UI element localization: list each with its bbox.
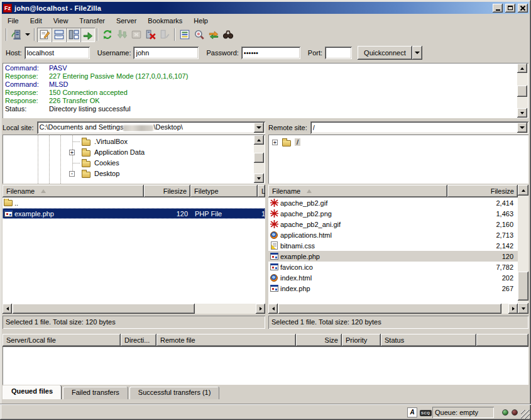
scroll-down-icon[interactable] xyxy=(517,108,527,118)
tab-queued-files[interactable]: Queued files xyxy=(3,385,62,399)
scroll-thumb[interactable] xyxy=(13,304,195,314)
toggle-message-log-icon[interactable] xyxy=(37,28,52,42)
port-input[interactable] xyxy=(325,47,352,59)
password-label: Password: xyxy=(206,49,238,57)
tree-item[interactable]: + / xyxy=(268,137,528,148)
scroll-up-icon[interactable] xyxy=(518,185,528,196)
scroll-thumb[interactable] xyxy=(278,304,501,314)
remote-list-hscrollbar[interactable] xyxy=(268,304,518,314)
file-row[interactable]: index.html202 xyxy=(268,272,518,283)
toggle-transfer-queue-icon[interactable] xyxy=(80,28,95,42)
file-row-selected[interactable]: example.php 120 PHP File 1 xyxy=(3,208,265,219)
open-folder-icon xyxy=(282,140,291,146)
password-input[interactable] xyxy=(241,47,300,59)
tree-expander-minus-icon[interactable]: - xyxy=(69,171,75,177)
tree-expander-plus-icon[interactable]: + xyxy=(272,140,278,145)
file-row-selected[interactable]: example.php120 xyxy=(268,251,518,262)
file-row[interactable]: .. xyxy=(3,197,265,208)
tree-expander-plus-icon[interactable]: + xyxy=(69,150,75,155)
log-scrollbar[interactable] xyxy=(517,64,528,118)
local-site-combo[interactable]: C:\Documents and Settings\Desktop\ xyxy=(37,121,265,134)
menu-bookmarks[interactable]: Bookmarks xyxy=(142,16,188,26)
file-row[interactable]: apache_pb2_ani.gif2,160 xyxy=(268,219,518,229)
combo-dropdown-icon[interactable] xyxy=(517,123,527,133)
minimize-icon[interactable] xyxy=(493,4,503,13)
scroll-down-icon[interactable] xyxy=(518,303,528,314)
menu-view[interactable]: View xyxy=(48,16,74,26)
combo-dropdown-icon[interactable] xyxy=(254,123,264,133)
tree-item[interactable]: + Application Data xyxy=(3,147,265,158)
menu-help[interactable]: Help xyxy=(188,16,214,26)
refresh-icon[interactable] xyxy=(100,28,114,42)
find-files-icon[interactable] xyxy=(221,28,235,42)
tab-failed-transfers[interactable]: Failed transfers xyxy=(63,387,128,399)
toggle-local-tree-icon[interactable] xyxy=(52,28,66,42)
username-input[interactable] xyxy=(133,47,199,59)
scroll-left-icon[interactable] xyxy=(3,304,12,314)
scroll-thumb[interactable] xyxy=(518,272,528,301)
menu-transfer[interactable]: Transfer xyxy=(74,16,111,26)
close-icon[interactable] xyxy=(518,4,528,13)
toggle-remote-tree-icon[interactable] xyxy=(66,28,80,42)
scroll-up-icon[interactable] xyxy=(254,135,264,145)
synchronized-browsing-icon[interactable] xyxy=(206,28,221,42)
site-manager-dropdown-icon[interactable] xyxy=(23,28,32,42)
host-input[interactable] xyxy=(25,47,90,59)
scroll-up-icon[interactable] xyxy=(517,64,527,73)
column-header-size[interactable]: Size xyxy=(296,334,342,346)
resize-grip[interactable] xyxy=(521,410,530,419)
site-manager-icon[interactable] xyxy=(9,28,23,42)
column-header-filename[interactable]: Filename xyxy=(3,185,144,197)
local-tree-scrollbar[interactable] xyxy=(254,135,265,183)
disconnect-icon[interactable] xyxy=(143,28,158,42)
directory-filter-icon[interactable] xyxy=(177,28,192,42)
local-list-hscrollbar[interactable] xyxy=(3,304,265,314)
column-header-direction[interactable]: Directi... xyxy=(121,334,156,346)
file-row[interactable]: apache_pb2.gif2,414 xyxy=(268,197,518,208)
column-header-filename[interactable]: Filename xyxy=(268,185,447,197)
folder-icon xyxy=(82,150,90,157)
menu-server[interactable]: Server xyxy=(111,16,142,26)
remote-list-scrollbar[interactable] xyxy=(518,185,528,314)
directory-comparison-icon[interactable] xyxy=(192,28,206,42)
quickconnect-dropdown-icon[interactable] xyxy=(412,46,422,60)
tab-successful-transfers[interactable]: Successful transfers (1) xyxy=(129,387,220,399)
file-row[interactable]: applications.html2,713 xyxy=(268,229,518,240)
column-header-filesize[interactable]: Filesize xyxy=(447,185,518,197)
reconnect-icon[interactable] xyxy=(158,28,172,42)
process-queue-icon[interactable] xyxy=(114,28,129,42)
remote-site-row: Remote site: / xyxy=(268,121,528,134)
maximize-icon[interactable] xyxy=(505,4,515,13)
remote-site-combo[interactable]: / xyxy=(310,121,528,134)
column-header-filesize[interactable]: Filesize xyxy=(144,185,190,197)
file-row[interactable]: favicon.ico7,782 xyxy=(268,262,518,272)
tree-item[interactable]: Cookies xyxy=(3,158,265,169)
quickconnect-button[interactable]: Quickconnect xyxy=(358,46,412,60)
scroll-thumb[interactable] xyxy=(517,86,527,97)
title-bar[interactable]: Fz john@localhost - FileZilla xyxy=(2,2,529,14)
cancel-operation-icon[interactable] xyxy=(129,28,143,42)
column-header-remote-file[interactable]: Remote file xyxy=(156,334,296,346)
log-line: Response:226 Transfer OK xyxy=(4,97,517,105)
tree-item[interactable]: - Desktop xyxy=(3,169,265,179)
scroll-thumb[interactable] xyxy=(254,153,264,163)
column-header-priority[interactable]: Priority xyxy=(342,334,381,346)
column-header-server-local-file[interactable]: Server/Local file xyxy=(3,334,121,346)
datatype-ascii-icon[interactable]: A xyxy=(407,407,417,417)
column-header-status[interactable]: Status xyxy=(381,334,476,346)
column-header-lastmodified[interactable]: L xyxy=(258,185,265,197)
tree-item[interactable]: .VirtualBox xyxy=(3,136,265,147)
file-row[interactable]: bitnami.css2,142 xyxy=(268,240,518,251)
scroll-right-icon[interactable] xyxy=(508,304,518,314)
file-row[interactable]: index.php267 xyxy=(268,283,518,294)
scroll-right-icon[interactable] xyxy=(256,304,265,314)
column-header-filetype[interactable]: Filetype xyxy=(190,185,258,197)
menu-edit[interactable]: Edit xyxy=(25,16,48,26)
file-row[interactable]: apache_pb2.png1,463 xyxy=(268,208,518,219)
scroll-down-icon[interactable] xyxy=(254,174,264,183)
menu-file[interactable]: File xyxy=(2,16,25,26)
speedlimit-icon[interactable]: SCQ xyxy=(420,410,432,416)
scroll-left-icon[interactable] xyxy=(268,304,278,314)
local-file-list: Filename Filesize Filetype L .. example.… xyxy=(3,185,265,314)
queue-body[interactable] xyxy=(3,346,528,385)
